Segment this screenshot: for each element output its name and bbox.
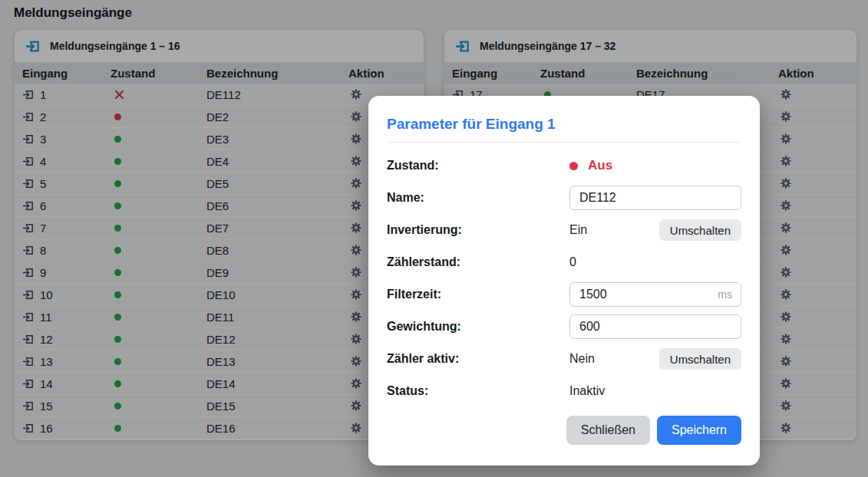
field-label: Invertierung:	[387, 223, 569, 237]
field-invertierung: Invertierung: Ein Umschalten	[387, 218, 741, 242]
field-name: Name:	[387, 186, 741, 210]
divider	[387, 142, 741, 143]
zaehler-aktiv-toggle-button[interactable]: Umschalten	[659, 348, 741, 370]
status-value: Inaktiv	[569, 384, 605, 398]
save-button[interactable]: Speichern	[657, 416, 741, 445]
field-label: Zählerstand:	[387, 255, 569, 269]
field-label: Zähler aktiv:	[387, 352, 569, 366]
name-input[interactable]	[569, 186, 741, 210]
field-label: Filterzeit:	[387, 288, 569, 301]
field-label: Gewichtung:	[387, 320, 569, 334]
dialog-title: Parameter für Eingang 1	[387, 116, 741, 133]
state-value: Aus	[588, 158, 612, 173]
invertierung-toggle-button[interactable]: Umschalten	[659, 219, 741, 241]
field-zaehler-aktiv: Zähler aktiv: Nein Umschalten	[387, 347, 741, 371]
close-button[interactable]: Schließen	[566, 416, 650, 445]
field-label: Status:	[387, 384, 569, 398]
field-label: Name:	[387, 191, 569, 205]
field-gewichtung: Gewichtung:	[387, 314, 741, 339]
field-filterzeit: Filterzeit: ms	[387, 282, 741, 307]
field-zustand: Zustand: Aus	[387, 153, 741, 178]
zaehler-aktiv-value: Nein	[569, 352, 595, 366]
state-off-dot-icon	[569, 162, 578, 170]
gewichtung-input[interactable]	[569, 314, 741, 339]
parameter-dialog: Parameter für Eingang 1 Zustand: Aus Nam…	[368, 96, 760, 465]
field-label: Zustand:	[387, 159, 569, 173]
zaehlerstand-value: 0	[569, 255, 576, 269]
invertierung-value: Ein	[569, 223, 587, 237]
field-zaehlerstand: Zählerstand: 0	[387, 250, 741, 275]
filterzeit-input[interactable]	[569, 282, 741, 307]
dialog-actions: Schließen Speichern	[387, 416, 741, 445]
field-status: Status: Inaktiv	[387, 379, 741, 403]
